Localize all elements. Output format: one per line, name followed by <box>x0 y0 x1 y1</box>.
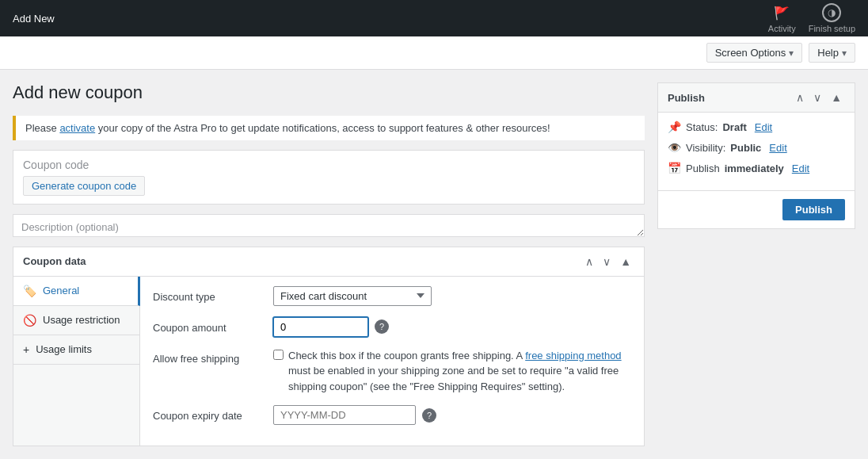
publish-date-row: 📅 Publish immediately Edit <box>668 162 845 174</box>
tab-usage-limits[interactable]: + Usage limits <box>13 335 139 365</box>
discount-type-label: Discount type <box>153 286 264 303</box>
panel-collapse-up-button[interactable]: ∧ <box>582 254 596 270</box>
publish-header: Publish ∧ ∨ ▲ <box>658 83 855 113</box>
free-shipping-checkbox-label: Check this box if the coupon grants free… <box>273 348 631 395</box>
publish-body: 📌 Status: Draft Edit 👁️ Visibility: Publ… <box>658 113 855 190</box>
description-textarea[interactable] <box>13 214 645 237</box>
finish-setup-label: Finish setup <box>809 24 855 33</box>
publish-status-value: Draft <box>722 121 746 133</box>
main-content: Add new coupon Please activate your copy… <box>0 70 868 459</box>
tab-usage-restriction[interactable]: 🚫 Usage restriction <box>13 306 139 335</box>
screen-options-chevron: ▾ <box>789 48 794 59</box>
activity-icon: 🚩 <box>772 3 791 22</box>
coupon-expiry-date-input-group: ? <box>273 405 631 425</box>
publish-collapse-down-button[interactable]: ∨ <box>810 90 824 105</box>
tab-general[interactable]: 🏷️ General <box>13 277 140 306</box>
publish-status-edit-link[interactable]: Edit <box>755 121 772 133</box>
publish-button[interactable]: Publish <box>782 199 845 220</box>
usage-restriction-tab-label: Usage restriction <box>43 314 120 326</box>
finish-setup-icon: ◑ <box>822 3 841 22</box>
coupon-amount-row: Coupon amount ? <box>153 317 631 337</box>
status-icon: 📌 <box>668 120 681 133</box>
publish-collapse-up-button[interactable]: ∧ <box>793 90 807 105</box>
coupon-expiry-date-row: Coupon expiry date ? <box>153 405 631 425</box>
publish-status-row: 📌 Status: Draft Edit <box>668 120 845 133</box>
publish-visibility-label: Visibility: <box>686 142 725 154</box>
panel-collapse-down-button[interactable]: ∨ <box>600 254 614 270</box>
panel-tabs: 🏷️ General 🚫 Usage restriction + Usage l… <box>13 277 140 446</box>
general-tab-label: General <box>43 285 79 296</box>
free-shipping-description: Check this box if the coupon grants free… <box>288 348 631 395</box>
discount-type-select[interactable]: Percentage discount Fixed cart discount … <box>273 286 432 306</box>
discount-type-row: Discount type Percentage discount Fixed … <box>153 286 631 306</box>
usage-limits-tab-label: Usage limits <box>36 343 92 355</box>
general-tab-icon: 🏷️ <box>23 285 36 297</box>
panel-content: Discount type Percentage discount Fixed … <box>140 277 644 446</box>
coupon-amount-input[interactable] <box>273 317 368 337</box>
admin-bar: Add New 🚩 Activity ◑ Finish setup <box>0 0 868 36</box>
publish-footer: Publish <box>658 190 855 228</box>
activity-label: Activity <box>768 24 796 33</box>
publish-header-actions: ∧ ∨ ▲ <box>793 90 845 105</box>
help-button[interactable]: Help ▾ <box>809 43 855 63</box>
panel-header-actions: ∧ ∨ ▲ <box>582 254 634 270</box>
coupon-expiry-date-label: Coupon expiry date <box>153 405 264 422</box>
publish-date-edit-link[interactable]: Edit <box>792 163 809 174</box>
free-shipping-row: Allow free shipping Check this box if th… <box>153 348 631 395</box>
coupon-expiry-date-help-icon[interactable]: ? <box>422 408 436 423</box>
notice-activate-link[interactable]: activate <box>59 122 95 134</box>
publish-visibility-row: 👁️ Visibility: Public Edit <box>668 141 845 154</box>
publish-status-label: Status: <box>686 121 718 133</box>
free-shipping-method-link[interactable]: free shipping method <box>525 350 621 361</box>
generate-coupon-button[interactable]: Generate coupon code <box>23 176 145 196</box>
usage-limits-tab-icon: + <box>23 343 29 356</box>
screen-options-button[interactable]: Screen Options ▾ <box>706 43 803 63</box>
notice-text2: your copy of the Astra Pro to get update… <box>95 122 550 134</box>
publish-panel: Publish ∧ ∨ ▲ 📌 Status: Draft Edit 👁️ <box>657 82 855 229</box>
coupon-amount-input-group: ? <box>273 317 631 337</box>
publish-date-label: Publish <box>686 163 720 174</box>
coupon-data-panel: Coupon data ∧ ∨ ▲ 🏷️ General 🚫 Usage <box>13 247 645 447</box>
publish-toggle-button[interactable]: ▲ <box>828 90 845 105</box>
admin-bar-right: 🚩 Activity ◑ Finish setup <box>768 3 855 33</box>
finish-setup-button[interactable]: ◑ Finish setup <box>809 3 855 33</box>
coupon-data-title: Coupon data <box>23 255 86 267</box>
coupon-expiry-date-input[interactable] <box>273 405 416 425</box>
activity-button[interactable]: 🚩 Activity <box>768 3 796 33</box>
screen-options-label: Screen Options <box>715 47 786 59</box>
notice-bar: Please activate your copy of the Astra P… <box>13 116 645 140</box>
free-shipping-input-group: Check this box if the coupon grants free… <box>273 348 631 395</box>
panel-body: 🏷️ General 🚫 Usage restriction + Usage l… <box>13 277 644 446</box>
admin-bar-left: Add New <box>13 13 55 25</box>
coupon-amount-label: Coupon amount <box>153 317 264 334</box>
right-sidebar: Publish ∧ ∨ ▲ 📌 Status: Draft Edit 👁️ <box>657 82 855 446</box>
screen-options-bar: Screen Options ▾ Help ▾ <box>0 36 868 70</box>
help-label: Help <box>817 47 839 59</box>
coupon-data-header: Coupon data ∧ ∨ ▲ <box>13 247 644 277</box>
page-title: Add new coupon <box>13 82 645 103</box>
visibility-icon: 👁️ <box>668 141 681 154</box>
publish-date-value: immediately <box>725 163 784 174</box>
add-new-title: Add New <box>13 13 55 25</box>
discount-type-input-group: Percentage discount Fixed cart discount … <box>273 286 631 306</box>
publish-visibility-value: Public <box>730 142 761 154</box>
publish-visibility-edit-link[interactable]: Edit <box>769 142 786 154</box>
left-content: Add new coupon Please activate your copy… <box>13 82 645 446</box>
publish-title: Publish <box>668 92 705 104</box>
notice-text1: Please <box>25 122 59 134</box>
panel-toggle-button[interactable]: ▲ <box>617 254 634 270</box>
usage-restriction-tab-icon: 🚫 <box>23 314 36 327</box>
calendar-icon: 📅 <box>668 162 681 174</box>
free-shipping-label: Allow free shipping <box>153 348 264 365</box>
free-shipping-checkbox[interactable] <box>273 350 284 360</box>
coupon-code-box: Generate coupon code <box>13 150 645 205</box>
coupon-amount-help-icon[interactable]: ? <box>375 319 389 334</box>
coupon-code-input[interactable] <box>23 159 634 171</box>
help-chevron: ▾ <box>842 48 847 59</box>
